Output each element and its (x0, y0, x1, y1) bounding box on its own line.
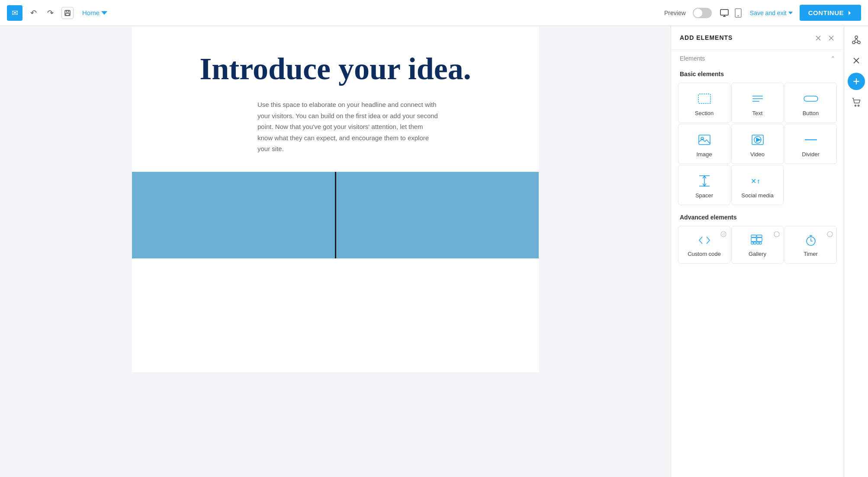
basic-elements-label: Basic elements (671, 67, 844, 79)
gallery-label: Gallery (749, 251, 766, 257)
section-label: Section (695, 110, 714, 116)
social-media-label: Social media (741, 192, 773, 199)
continue-button[interactable]: CONTINUE (800, 5, 861, 21)
element-divider[interactable]: Divider (784, 124, 837, 164)
canvas-content: Introduce your idea. Use this space to e… (0, 26, 671, 477)
social-media-icon: ✕ f (750, 174, 765, 188)
svg-rect-17 (699, 135, 710, 145)
button-icon (803, 92, 819, 106)
element-image[interactable]: Image (678, 124, 730, 164)
svg-point-30 (774, 232, 779, 237)
close-panel-button[interactable] (827, 33, 835, 42)
pin-panel-button[interactable] (814, 33, 822, 42)
svg-rect-2 (66, 13, 69, 16)
svg-rect-38 (757, 235, 762, 237)
panel-actions (814, 33, 835, 42)
element-timer[interactable]: Timer (784, 226, 837, 264)
pro-badge-gallery (774, 230, 780, 238)
button-label: Button (803, 110, 819, 116)
undo-button[interactable]: ↶ (28, 6, 39, 19)
text-icon (752, 92, 764, 106)
text-label: Text (752, 110, 763, 116)
svg-rect-3 (720, 10, 728, 15)
svg-line-49 (856, 39, 858, 41)
add-elements-panel: ADD ELEMENTS Elements ⌃ (671, 26, 844, 477)
svg-rect-37 (751, 235, 756, 237)
svg-rect-12 (698, 94, 710, 103)
svg-marker-21 (756, 138, 760, 142)
svg-point-55 (855, 105, 856, 106)
svg-text:✕: ✕ (751, 177, 756, 185)
hero-title: Introduce your idea. (167, 52, 504, 86)
custom-code-label: Custom code (688, 251, 721, 257)
divider-icon (804, 133, 818, 147)
divider-label: Divider (802, 151, 819, 158)
preview-label: Preview (664, 10, 686, 16)
blue-right (336, 172, 539, 258)
svg-rect-1 (66, 10, 69, 12)
svg-point-39 (827, 232, 833, 237)
far-right-sidebar (844, 26, 868, 477)
advanced-elements-label: Advanced elements (671, 209, 844, 222)
basic-elements-grid: Section Text (671, 79, 844, 209)
navbar-right: Preview Save and exit (664, 5, 861, 21)
video-label: Video (750, 151, 765, 158)
gallery-icon (751, 233, 765, 247)
element-video[interactable]: Video (731, 124, 784, 164)
elements-section-label: Elements (680, 55, 705, 62)
network-sidebar-button[interactable] (848, 31, 865, 48)
svg-rect-31 (751, 238, 756, 242)
close-sidebar-button[interactable] (848, 52, 865, 69)
element-gallery[interactable]: Gallery (731, 226, 784, 264)
section-icon (698, 92, 711, 106)
timer-icon (805, 233, 817, 247)
element-spacer[interactable]: Spacer (678, 165, 730, 205)
element-section[interactable]: Section (678, 83, 730, 123)
advanced-elements-grid: ⏱ Custom code (671, 222, 844, 267)
svg-text:⏱: ⏱ (722, 233, 725, 236)
svg-point-47 (858, 41, 860, 44)
main-layout: Introduce your idea. Use this space to e… (0, 26, 868, 477)
svg-rect-35 (757, 242, 759, 244)
spacer-icon (698, 174, 710, 188)
custom-code-icon (698, 233, 711, 247)
svg-line-48 (855, 39, 856, 41)
navbar-left: ↶ ↷ Home (7, 5, 107, 21)
device-icons (719, 7, 743, 19)
svg-point-45 (855, 36, 858, 39)
canvas-area: Introduce your idea. Use this space to e… (0, 26, 671, 477)
desktop-icon[interactable] (719, 7, 730, 19)
image-label: Image (696, 151, 712, 158)
blue-section (132, 172, 539, 258)
add-sidebar-button[interactable] (848, 73, 865, 90)
pro-badge-timer (827, 230, 833, 238)
element-social-media[interactable]: ✕ f Social media (731, 165, 784, 205)
home-dropdown[interactable]: Home (82, 9, 107, 16)
image-icon (698, 133, 711, 147)
element-button[interactable]: Button (784, 83, 837, 123)
hero-section: Introduce your idea. Use this space to e… (132, 26, 539, 172)
save-icon-button[interactable] (61, 7, 74, 19)
element-text[interactable]: Text (731, 83, 784, 123)
svg-rect-16 (804, 96, 818, 101)
elements-section-header[interactable]: Elements ⌃ (671, 50, 844, 67)
preview-toggle[interactable] (693, 8, 712, 18)
chevron-up-icon: ⌃ (831, 55, 835, 61)
element-custom-code[interactable]: ⏱ Custom code (678, 226, 730, 264)
panel-header: ADD ELEMENTS (671, 26, 844, 50)
pro-badge-custom-code: ⏱ (720, 230, 727, 238)
blue-left (132, 172, 335, 258)
svg-rect-32 (751, 242, 753, 244)
video-icon (751, 133, 764, 147)
svg-text:f: f (758, 178, 759, 185)
timer-label: Timer (804, 251, 818, 257)
mobile-icon[interactable] (733, 7, 743, 19)
panel-title: ADD ELEMENTS (680, 34, 733, 41)
redo-button[interactable]: ↷ (45, 6, 56, 19)
svg-point-56 (858, 105, 859, 106)
cart-sidebar-button[interactable] (848, 93, 865, 111)
svg-point-46 (852, 41, 855, 44)
logo-icon[interactable] (7, 5, 23, 21)
navbar: ↶ ↷ Home Preview (0, 0, 868, 26)
save-exit-button[interactable]: Save and exit (750, 10, 793, 16)
